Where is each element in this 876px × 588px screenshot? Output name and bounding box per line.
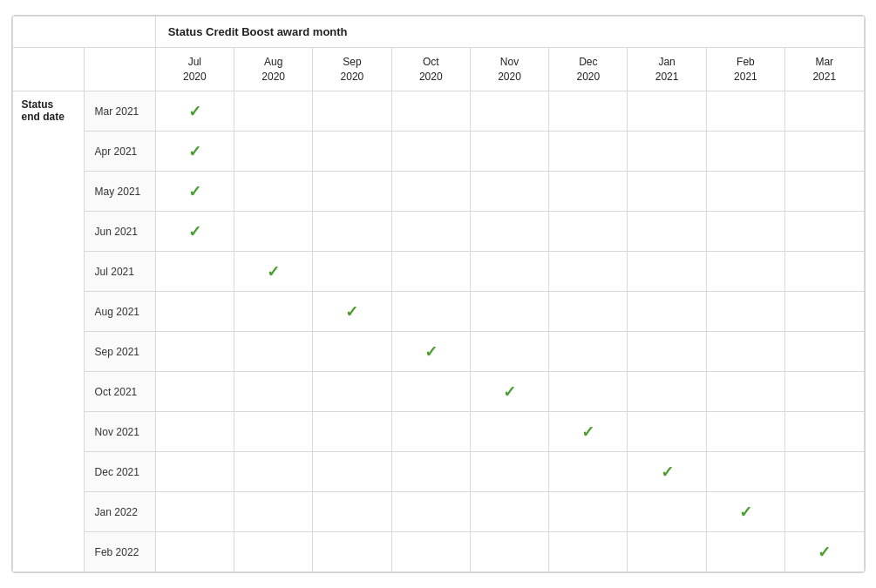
cell-r0-c3: [391, 91, 470, 132]
cell-r11-c4: [470, 532, 548, 572]
cell-r6-c6: [628, 332, 706, 372]
row-label: Aug 2021: [84, 292, 155, 332]
checkmark-icon: ✓: [818, 544, 831, 561]
checkmark-icon: ✓: [424, 343, 438, 361]
cell-r10-c8: [785, 492, 864, 532]
cell-r0-c1: [234, 91, 312, 132]
row-label: Mar 2021: [84, 91, 155, 132]
cell-r7-c5: [549, 372, 628, 412]
row-group-header: [12, 47, 84, 91]
span-label: Status Credit Boost award month: [155, 16, 864, 47]
corner-empty: [12, 16, 155, 47]
cell-r5-c4: [470, 292, 548, 332]
cell-r2-c7: [706, 172, 784, 212]
cell-r10-c4: [470, 492, 548, 532]
cell-r8-c7: [706, 412, 784, 452]
checkmark-icon: ✓: [267, 263, 280, 280]
cell-r9-c4: [470, 452, 548, 492]
header-span-row: Status Credit Boost award month: [12, 16, 864, 47]
cell-r8-c3: [391, 412, 470, 452]
cell-r7-c7: [706, 372, 784, 412]
checkmark-icon: ✓: [661, 463, 674, 481]
cell-r5-c0: [155, 292, 234, 332]
cell-r3-c5: [549, 212, 628, 252]
cell-r6-c5: [549, 332, 628, 372]
cell-r10-c3: [391, 492, 470, 532]
table-row: Feb 2022✓: [12, 532, 864, 572]
cell-r3-c8: [785, 212, 864, 252]
cell-r4-c4: [470, 252, 548, 292]
col-header-row: Jul2020Aug2020Sep2020Oct2020Nov2020Dec20…: [12, 47, 864, 91]
cell-r1-c3: [391, 132, 470, 172]
checkmark-icon: ✓: [503, 383, 516, 401]
cell-r8-c4: [470, 412, 548, 452]
cell-r0-c6: [628, 91, 706, 132]
checkmark-icon: ✓: [188, 183, 201, 200]
row-label: Jun 2021: [84, 212, 155, 252]
checkmark-icon: ✓: [739, 504, 752, 521]
cell-r7-c1: [234, 372, 312, 412]
row-group-label: Status end date: [12, 91, 84, 572]
cell-r9-c5: [549, 452, 628, 492]
cell-r1-c6: [628, 132, 706, 172]
cell-r10-c1: [234, 492, 312, 532]
cell-r2-c1: [234, 172, 312, 212]
cell-r2-c2: [313, 172, 391, 212]
cell-r11-c6: [628, 532, 706, 572]
cell-r2-c8: [785, 172, 864, 212]
cell-r0-c2: [313, 91, 391, 132]
cell-r6-c4: [470, 332, 548, 372]
cell-r4-c0: [155, 252, 234, 292]
cell-r3-c0: ✓: [155, 212, 234, 252]
cell-r9-c6: ✓: [628, 452, 706, 492]
cell-r11-c3: [391, 532, 470, 572]
cell-r9-c0: [155, 452, 234, 492]
col-header-0: Jul2020: [155, 47, 234, 91]
cell-r3-c2: [313, 212, 391, 252]
table-row: Status end dateMar 2021✓: [12, 91, 864, 132]
checkmark-icon: ✓: [188, 103, 201, 120]
cell-r4-c5: [549, 252, 628, 292]
cell-r0-c5: [549, 91, 628, 132]
cell-r4-c3: [391, 252, 470, 292]
cell-r8-c2: [313, 412, 391, 452]
cell-r9-c3: [391, 452, 470, 492]
cell-r10-c7: ✓: [706, 492, 784, 532]
row-label: Jul 2021: [84, 252, 155, 292]
col-header-1: Aug2020: [234, 47, 312, 91]
cell-r5-c3: [391, 292, 470, 332]
cell-r5-c6: [628, 292, 706, 332]
col-header-8: Mar2021: [785, 47, 864, 91]
table-row: May 2021✓: [12, 172, 864, 212]
cell-r3-c4: [470, 212, 548, 252]
cell-r5-c7: [706, 292, 784, 332]
cell-r2-c5: [549, 172, 628, 212]
cell-r9-c2: [313, 452, 391, 492]
table-row: Jun 2021✓: [12, 212, 864, 252]
cell-r5-c8: [785, 292, 864, 332]
table-row: Nov 2021✓: [12, 412, 864, 452]
cell-r11-c2: [313, 532, 391, 572]
cell-r1-c2: [313, 132, 391, 172]
cell-r10-c6: [628, 492, 706, 532]
cell-r5-c1: [234, 292, 312, 332]
cell-r4-c7: [706, 252, 784, 292]
cell-r6-c7: [706, 332, 784, 372]
cell-r11-c8: ✓: [785, 532, 864, 572]
cell-r6-c8: [785, 332, 864, 372]
cell-r8-c1: [234, 412, 312, 452]
cell-r1-c0: ✓: [155, 132, 234, 172]
cell-r7-c2: [313, 372, 391, 412]
cell-r3-c7: [706, 212, 784, 252]
cell-r1-c1: [234, 132, 312, 172]
cell-r5-c5: [549, 292, 628, 332]
row-label: Nov 2021: [84, 412, 155, 452]
row-label: Oct 2021: [84, 372, 155, 412]
cell-r10-c2: [313, 492, 391, 532]
table-row: Aug 2021✓: [12, 292, 864, 332]
cell-r1-c4: [470, 132, 548, 172]
cell-r4-c2: [313, 252, 391, 292]
cell-r11-c0: [155, 532, 234, 572]
cell-r8-c0: [155, 412, 234, 452]
table-row: Jul 2021✓: [12, 252, 864, 292]
